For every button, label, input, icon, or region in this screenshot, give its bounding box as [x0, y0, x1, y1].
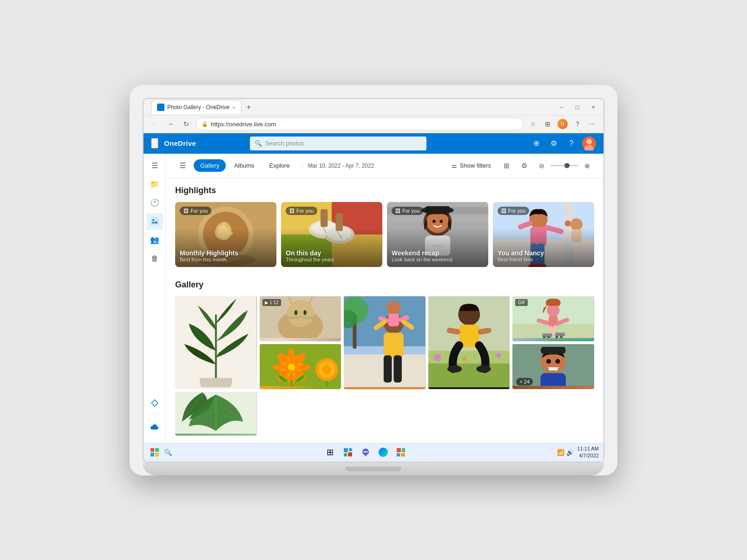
gallery-item-family[interactable] [344, 296, 426, 389]
taskbar-volume-icon: 🔊 [566, 449, 574, 456]
svg-rect-147 [344, 453, 347, 456]
svg-point-117 [288, 364, 295, 371]
svg-rect-88 [428, 360, 510, 387]
taskbar-search-button[interactable]: 🔍 [161, 446, 174, 459]
gallery-item-plant2[interactable] [175, 392, 257, 436]
svg-point-121 [298, 364, 310, 371]
profile-button[interactable]: U [556, 117, 569, 130]
taskbar-system-icons: 📶 🔊 [557, 449, 574, 456]
sidebar-photos-button[interactable] [146, 213, 163, 230]
maximize-button[interactable]: □ [571, 100, 584, 113]
user-avatar[interactable] [582, 137, 596, 150]
zoom-slider[interactable] [550, 165, 578, 166]
help-button[interactable]: ? [571, 117, 584, 130]
svg-rect-145 [344, 448, 348, 452]
svg-rect-80 [394, 355, 402, 383]
svg-point-91 [496, 352, 501, 358]
menu-button[interactable]: ⋯ [586, 117, 599, 130]
filter-icon: ⚌ [452, 162, 457, 169]
apps-grid-button[interactable]: ⠿ [151, 138, 158, 149]
refresh-button[interactable]: ↻ [180, 117, 193, 130]
network-icon-button[interactable]: ⊕ [529, 137, 543, 150]
sidebar-menu-button[interactable]: ☰ [146, 157, 163, 174]
reading-view-button[interactable]: ⊞ [541, 117, 554, 130]
tab-albums[interactable]: Albums [228, 159, 261, 172]
forward-button[interactable]: → [164, 117, 177, 130]
svg-rect-134 [541, 346, 566, 353]
tab-title: Photo Gallery - OneDrive [167, 104, 229, 111]
svg-point-152 [365, 451, 366, 453]
svg-rect-82 [388, 313, 399, 326]
taskbar-wifi-icon: 📶 [557, 449, 564, 456]
sidebar-diamond-button[interactable] [146, 395, 163, 411]
search-box[interactable]: 🔍 Search photos [250, 137, 426, 150]
gallery-item-dad[interactable] [428, 296, 510, 389]
svg-point-153 [366, 451, 367, 453]
highlights-title: Highlights [175, 186, 594, 195]
highlight-card-monthly[interactable]: 🖼 For you Monthly Highlights Best from t… [175, 202, 276, 267]
gallery-title: Gallery [175, 280, 594, 290]
show-filters-button[interactable]: ⚌ Show filters [447, 160, 496, 171]
taskbar-store[interactable] [393, 445, 408, 460]
gif-badge: GIF [515, 299, 528, 306]
gallery-item-selfie[interactable]: + 24 [512, 344, 594, 389]
back-button[interactable]: ← [148, 117, 161, 130]
gallery-item-gif[interactable]: GIF [512, 296, 594, 341]
svg-point-4 [152, 219, 154, 221]
zoom-out-button[interactable]: ⊖ [535, 159, 549, 173]
svg-point-136 [556, 359, 560, 364]
browser-tab[interactable]: Photo Gallery - OneDrive × [151, 100, 242, 114]
view-mode-button[interactable]: ⊞ [499, 159, 513, 173]
taskbar-edge[interactable] [376, 445, 391, 460]
svg-rect-148 [348, 452, 352, 456]
highlight-card-nancy[interactable]: 🖼 For you You and Nancy Best friend time [493, 202, 594, 267]
highlight-card-weekend[interactable]: CREW 🖼 For you Weekend recap Look back o… [387, 202, 488, 267]
sidebar-recent-button[interactable]: 🕐 [146, 195, 163, 211]
hamburger-button[interactable]: ☰ [175, 158, 190, 173]
card3-subtitle: Look back on the weekend [392, 257, 452, 262]
gallery-item-cat[interactable]: ▶ 1:12 [260, 296, 341, 341]
tab-favicon [157, 104, 164, 111]
tab-gallery[interactable]: Gallery [194, 159, 226, 172]
settings-button[interactable]: ⚙ [547, 137, 561, 150]
highlights-grid: 🖼 For you Monthly Highlights Best from t… [175, 202, 594, 267]
onedrive-logo: OneDrive [164, 139, 196, 147]
svg-rect-146 [349, 448, 352, 451]
svg-point-135 [547, 359, 551, 364]
close-button[interactable]: × [587, 100, 600, 113]
favorites-button[interactable]: ☆ [526, 117, 539, 130]
card2-subtitle: Throughout the years [286, 257, 334, 262]
tab-explore[interactable]: Explore [263, 159, 296, 172]
svg-point-120 [272, 364, 285, 371]
sidebar-people-button[interactable]: 👥 [146, 232, 163, 248]
card2-title: On this day [286, 249, 334, 257]
lock-icon: 🔒 [202, 121, 208, 127]
sidebar-files-button[interactable]: 📁 [146, 176, 163, 193]
svg-rect-79 [384, 355, 392, 383]
help-question-button[interactable]: ? [564, 137, 578, 150]
svg-point-57 [287, 300, 314, 327]
sort-button[interactable]: ⚙ [517, 159, 531, 173]
minimize-button[interactable]: – [555, 100, 568, 113]
taskbar-taskview[interactable]: ⊞ [323, 445, 338, 460]
taskbar-chat[interactable] [358, 445, 373, 460]
zoom-in-button[interactable]: ⊕ [580, 159, 594, 173]
search-placeholder: Search photos [265, 140, 304, 147]
windows-logo [151, 448, 159, 456]
address-bar[interactable]: 🔒 https://onedrive.live.com [196, 117, 524, 130]
svg-point-101 [547, 304, 560, 316]
gallery-item-plant[interactable] [175, 296, 257, 389]
new-tab-button[interactable]: + [242, 101, 256, 114]
card4-subtitle: Best friend time [498, 257, 544, 262]
sidebar-recycle-button[interactable]: 🗑 [146, 250, 163, 267]
highlight-card-onthisday[interactable]: 🖼 For you On this day Throughout the yea… [281, 202, 382, 267]
tab-close-button[interactable]: × [232, 104, 235, 110]
card4-title: You and Nancy [498, 249, 544, 257]
svg-point-95 [447, 365, 462, 372]
start-button[interactable] [148, 446, 161, 459]
gallery-item-flowers[interactable] [260, 344, 341, 389]
edge-icon [379, 448, 388, 457]
sidebar-cloud-button[interactable] [146, 419, 163, 436]
taskbar-widgets[interactable] [341, 445, 355, 460]
svg-marker-5 [151, 400, 158, 406]
